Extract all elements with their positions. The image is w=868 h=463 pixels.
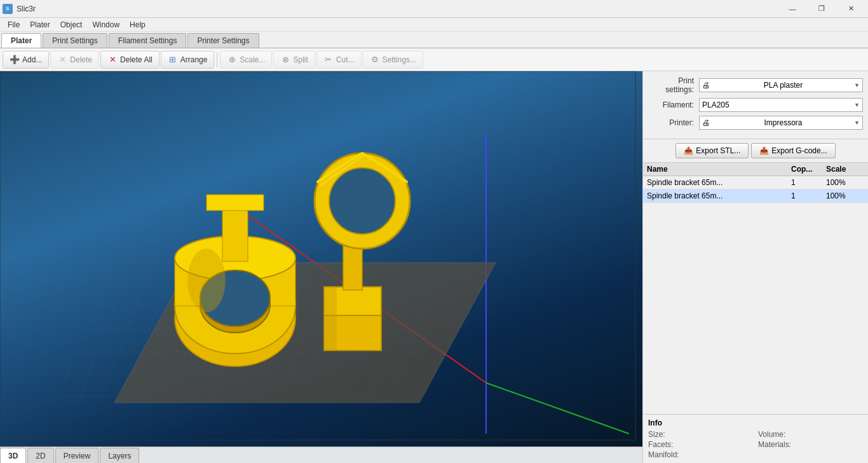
- col-name-header: Name: [647, 165, 791, 174]
- filament-select[interactable]: PLA205 ▼: [699, 98, 863, 112]
- scale-button[interactable]: ⊕ Scale...: [220, 51, 272, 69]
- export-stl-button[interactable]: 📤 Export STL...: [675, 143, 749, 158]
- table-row[interactable]: Spindle bracket 65m... 1 100%: [643, 190, 868, 203]
- right-panel: Print settings: 🖨 PLA plaster ▼ Filament…: [642, 71, 868, 463]
- row1-name: Spindle bracket 65m...: [647, 178, 791, 187]
- cut-button[interactable]: ✂ Cut...: [316, 51, 362, 69]
- add-icon: ➕: [10, 55, 20, 65]
- toolbar: ➕ Add... ✕ Delete ✕ Delete All ⊞ Arrange…: [0, 48, 868, 71]
- settings-button[interactable]: ⚙ Settings...: [363, 51, 423, 69]
- printer-select[interactable]: 🖨 Impressora ▼: [699, 116, 863, 130]
- menu-help[interactable]: Help: [125, 19, 151, 31]
- maximize-button[interactable]: ❐: [807, 0, 836, 18]
- arrange-icon: ⊞: [168, 55, 178, 65]
- printer-value: Impressora: [764, 118, 803, 127]
- view-tab-layers[interactable]: Layers: [100, 448, 139, 463]
- table-header: Name Cop... Scale: [643, 163, 868, 176]
- split-button[interactable]: ⊗ Split: [273, 51, 315, 69]
- menubar: File Plater Object Window Help: [0, 18, 868, 32]
- window-controls: — ❐ ✕: [778, 0, 865, 18]
- settings-icon: ⚙: [370, 55, 380, 65]
- split-label: Split: [293, 55, 308, 64]
- info-section: Info Size: Volume: Facets: Materials:: [643, 414, 868, 463]
- manifold-label: Manifold:: [648, 450, 679, 459]
- arrange-button[interactable]: ⊞ Arrange: [161, 51, 215, 69]
- filament-value: PLA205: [702, 100, 729, 109]
- menu-object[interactable]: Object: [55, 19, 88, 31]
- export-gcode-button[interactable]: 📤 Export G-code...: [751, 143, 835, 158]
- printer-row: Printer: 🖨 Impressora ▼: [648, 116, 863, 130]
- print-settings-value: PLA plaster: [764, 81, 803, 90]
- row1-copies: 1: [791, 178, 826, 187]
- print-settings-label: Print settings:: [648, 76, 699, 94]
- app-title: Slic3r: [17, 4, 36, 13]
- size-label: Size:: [648, 430, 665, 439]
- export-gcode-label: Export G-code...: [771, 146, 827, 155]
- row1-scale: 100%: [826, 178, 864, 187]
- manifold-row: Manifold:: [648, 450, 753, 459]
- minimize-button[interactable]: —: [778, 0, 807, 18]
- col-scale-header: Scale: [826, 165, 864, 174]
- print-settings-select[interactable]: 🖨 PLA plaster ▼: [699, 78, 863, 92]
- print-settings-arrow: ▼: [854, 82, 860, 88]
- split-icon: ⊗: [280, 55, 290, 65]
- filament-row: Filament: PLA205 ▼: [648, 98, 863, 112]
- view-tab-2d[interactable]: 2D: [27, 448, 53, 463]
- table-row[interactable]: Spindle bracket 65m... 1 100%: [643, 176, 868, 190]
- col-copy-header: Cop...: [791, 165, 826, 174]
- row2-name: Spindle bracket 65m...: [647, 191, 791, 200]
- menu-window[interactable]: Window: [87, 19, 125, 31]
- info-title: Info: [648, 418, 863, 427]
- add-button[interactable]: ➕ Add...: [3, 51, 49, 69]
- printer-label: Printer:: [648, 118, 699, 127]
- delete-label: Delete: [70, 55, 92, 64]
- filament-arrow: ▼: [854, 102, 860, 108]
- view-tab-3d[interactable]: 3D: [0, 448, 26, 463]
- close-button[interactable]: ✕: [836, 0, 865, 18]
- tab-filament-settings[interactable]: Filament Settings: [109, 33, 187, 48]
- delete-all-button[interactable]: ✕ Delete All: [100, 51, 159, 69]
- objects-table: Name Cop... Scale Spindle bracket 65m...…: [643, 163, 868, 414]
- app-icon: S: [3, 4, 13, 14]
- info-grid: Size: Volume: Facets: Materials: Manifol…: [648, 430, 863, 459]
- menu-file[interactable]: File: [3, 19, 25, 31]
- svg-rect-20: [324, 287, 337, 350]
- row2-copies: 1: [791, 191, 826, 200]
- delete-button[interactable]: ✕ Delete: [50, 51, 99, 69]
- cut-icon: ✂: [323, 55, 334, 65]
- facets-label: Facets:: [648, 440, 673, 449]
- settings-section: Print settings: 🖨 PLA plaster ▼ Filament…: [643, 71, 868, 139]
- facets-row: Facets:: [648, 440, 753, 449]
- tab-printer-settings[interactable]: Printer Settings: [187, 33, 259, 48]
- svg-rect-13: [207, 195, 264, 211]
- export-section: 📤 Export STL... 📤 Export G-code...: [643, 139, 868, 163]
- view-tab-preview[interactable]: Preview: [55, 448, 99, 463]
- volume-row: Volume:: [758, 430, 863, 439]
- main-area: 3D 2D Preview Layers Print settings: 🖨 P…: [0, 71, 868, 463]
- svg-point-19: [187, 249, 226, 312]
- delete-all-icon: ✕: [107, 55, 118, 65]
- toolbar-separator-1: [217, 52, 217, 67]
- cut-label: Cut...: [336, 55, 355, 64]
- 3d-model: [137, 134, 442, 376]
- tab-print-settings[interactable]: Print Settings: [43, 33, 107, 48]
- delete-all-label: Delete All: [120, 55, 153, 64]
- main-tabs: Plater Print Settings Filament Settings …: [0, 32, 868, 48]
- svg-point-18: [329, 168, 395, 234]
- settings-label: Settings...: [383, 55, 416, 64]
- export-gcode-icon: 📤: [759, 146, 769, 155]
- add-label: Add...: [22, 55, 42, 64]
- export-stl-icon: 📤: [684, 146, 693, 155]
- export-stl-label: Export STL...: [696, 146, 740, 155]
- materials-label: Materials:: [758, 440, 791, 449]
- size-row: Size:: [648, 430, 753, 439]
- filament-label: Filament:: [648, 100, 699, 109]
- row2-scale: 100%: [826, 191, 864, 200]
- viewport[interactable]: 3D 2D Preview Layers: [0, 71, 642, 463]
- printer-arrow: ▼: [854, 120, 860, 126]
- tab-plater[interactable]: Plater: [1, 33, 41, 48]
- menu-plater[interactable]: Plater: [25, 19, 55, 31]
- scale-icon: ⊕: [227, 55, 237, 65]
- printer-icon: 🖨: [702, 118, 710, 127]
- titlebar: S Slic3r — ❐ ✕: [0, 0, 868, 18]
